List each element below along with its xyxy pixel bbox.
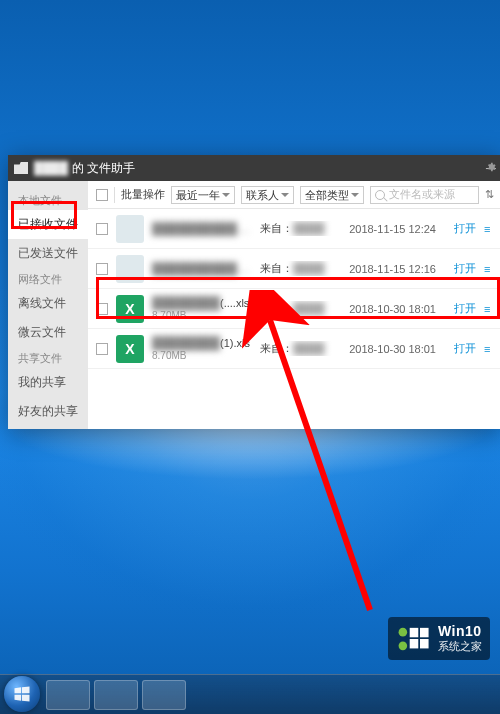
titlebar[interactable]: ████ 的 文件助手 ─ xyxy=(8,155,500,181)
file-row[interactable]: ████████████ 来自：████ 2018-11-15 12:16 打开… xyxy=(88,249,500,289)
watermark-logo-icon xyxy=(396,625,432,653)
window-title-blurred: ████ xyxy=(34,161,68,175)
search-placeholder: 文件名或来源 xyxy=(389,187,455,202)
svg-rect-4 xyxy=(420,627,429,636)
sidebar-item-offline[interactable]: 离线文件 xyxy=(8,289,88,318)
select-value: 最近一年 xyxy=(176,189,220,201)
file-time: 2018-11-15 12:24 xyxy=(340,223,436,235)
watermark-text: Win10 系统之家 xyxy=(438,623,482,654)
sidebar-item-label: 微云文件 xyxy=(18,325,66,339)
from-blurred: ████ xyxy=(293,262,324,274)
type-filter-select[interactable]: 全部类型 xyxy=(300,186,364,204)
sidebar-item-label: 已发送文件 xyxy=(18,246,78,260)
excel-file-icon: X xyxy=(116,335,144,363)
windows-logo-icon xyxy=(12,684,32,704)
taskbar-item[interactable] xyxy=(46,680,90,710)
window-body: 本地文件 已接收文件 已发送文件 网络文件 离线文件 微云文件 共享文件 我的共… xyxy=(8,181,500,429)
file-time: 2018-10-30 18:01 xyxy=(340,343,436,355)
watermark: Win10 系统之家 xyxy=(388,617,490,660)
sidebar-group-shared: 共享文件 xyxy=(8,347,88,368)
open-link[interactable]: 打开 xyxy=(444,341,476,356)
file-name-suffix: (....xls xyxy=(220,297,249,309)
watermark-subtitle: 系统之家 xyxy=(438,639,482,654)
contact-filter-select[interactable]: 联系人 xyxy=(241,186,294,204)
search-icon xyxy=(375,190,385,200)
file-name-blurred: ████████████ xyxy=(152,222,252,236)
svg-point-1 xyxy=(399,627,408,636)
file-name-cell: ████████████ xyxy=(152,222,252,236)
sort-icon[interactable]: ⇅ xyxy=(485,188,494,201)
file-size: 8.70MB xyxy=(152,310,252,321)
main-panel: 批量操作 最近一年 联系人 全部类型 文件名或来源 ⇅ █ xyxy=(88,181,500,429)
open-link[interactable]: 打开 xyxy=(444,221,476,236)
file-time: 2018-10-30 18:01 xyxy=(340,303,436,315)
row-menu-icon[interactable]: ≡ xyxy=(484,343,494,355)
taskbar-pins xyxy=(46,680,186,710)
sidebar-item-label: 我的共享 xyxy=(18,375,66,389)
sidebar-item-sent[interactable]: 已发送文件 xyxy=(8,239,88,268)
row-checkbox[interactable] xyxy=(96,263,108,275)
row-checkbox[interactable] xyxy=(96,303,108,315)
toolbar: 批量操作 最近一年 联系人 全部类型 文件名或来源 ⇅ xyxy=(88,181,500,209)
file-name-cell: ████████(1).xls 8.70MB xyxy=(152,336,252,361)
sidebar-group-network: 网络文件 xyxy=(8,268,88,289)
file-list: ████████████ 来自：████ 2018-11-15 12:24 打开… xyxy=(88,209,500,429)
desktop: ████ 的 文件助手 ─ 本地文件 已接收文件 已发送文件 网络文件 离线文件… xyxy=(0,0,500,714)
file-name-blurred: ████████████ xyxy=(152,262,252,276)
sidebar-item-friend-share[interactable]: 好友的共享 xyxy=(8,397,88,426)
folder-icon xyxy=(14,162,28,174)
file-size: 8.70MB xyxy=(152,350,252,361)
svg-point-2 xyxy=(399,641,408,650)
from-label: 来自： xyxy=(260,302,293,314)
row-checkbox[interactable] xyxy=(96,343,108,355)
from-blurred: ████ xyxy=(293,222,324,234)
file-name-cell: ████████(....xls 8.70MB xyxy=(152,296,252,321)
sidebar-item-received[interactable]: 已接收文件 xyxy=(8,210,88,239)
row-checkbox[interactable] xyxy=(96,223,108,235)
search-input[interactable]: 文件名或来源 xyxy=(370,186,479,204)
excel-file-icon: X xyxy=(116,295,144,323)
separator xyxy=(114,187,115,203)
file-name-cell: ████████████ xyxy=(152,262,252,276)
file-row[interactable]: X ████████(....xls 8.70MB 来自：████ 2018-1… xyxy=(88,289,500,329)
svg-rect-3 xyxy=(410,627,419,636)
row-menu-icon[interactable]: ≡ xyxy=(484,223,494,235)
select-value: 联系人 xyxy=(246,189,279,201)
file-thumbnail-icon xyxy=(116,215,144,243)
sidebar: 本地文件 已接收文件 已发送文件 网络文件 离线文件 微云文件 共享文件 我的共… xyxy=(8,181,88,429)
file-name-blurred: ████████ xyxy=(152,336,220,350)
select-all-checkbox[interactable] xyxy=(96,189,108,201)
taskbar-item[interactable] xyxy=(142,680,186,710)
time-filter-select[interactable]: 最近一年 xyxy=(171,186,235,204)
svg-rect-5 xyxy=(410,639,419,648)
file-helper-window: ████ 的 文件助手 ─ 本地文件 已接收文件 已发送文件 网络文件 离线文件… xyxy=(8,155,500,429)
sidebar-item-weiyun[interactable]: 微云文件 xyxy=(8,318,88,347)
sidebar-item-label: 离线文件 xyxy=(18,296,66,310)
file-from-cell: 来自：████ xyxy=(260,221,332,236)
file-from-cell: 来自：████ xyxy=(260,261,332,276)
file-row[interactable]: ████████████ 来自：████ 2018-11-15 12:24 打开… xyxy=(88,209,500,249)
file-from-cell: 来自：████ xyxy=(260,341,332,356)
file-row[interactable]: X ████████(1).xls 8.70MB 来自：████ 2018-10… xyxy=(88,329,500,369)
file-name-suffix: (1).xls xyxy=(220,337,250,349)
file-time: 2018-11-15 12:16 xyxy=(340,263,436,275)
start-button[interactable] xyxy=(4,676,40,712)
window-title-suffix: 的 文件助手 xyxy=(72,160,135,177)
sidebar-item-my-share[interactable]: 我的共享 xyxy=(8,368,88,397)
sidebar-group-label: 共享文件 xyxy=(18,352,62,364)
taskbar[interactable] xyxy=(0,674,500,714)
open-link[interactable]: 打开 xyxy=(444,261,476,276)
sidebar-item-label: 已接收文件 xyxy=(18,217,78,231)
sidebar-item-label: 好友的共享 xyxy=(18,404,78,418)
svg-rect-6 xyxy=(420,639,429,648)
from-label: 来自： xyxy=(260,222,293,234)
from-label: 来自： xyxy=(260,342,293,354)
from-blurred: ████ xyxy=(293,302,324,314)
taskbar-item[interactable] xyxy=(94,680,138,710)
row-menu-icon[interactable]: ≡ xyxy=(484,263,494,275)
watermark-title: Win10 xyxy=(438,623,482,639)
row-menu-icon[interactable]: ≡ xyxy=(484,303,494,315)
file-name-blurred: ████████ xyxy=(152,296,220,310)
open-link[interactable]: 打开 xyxy=(444,301,476,316)
batch-ops-button[interactable]: 批量操作 xyxy=(121,187,165,202)
